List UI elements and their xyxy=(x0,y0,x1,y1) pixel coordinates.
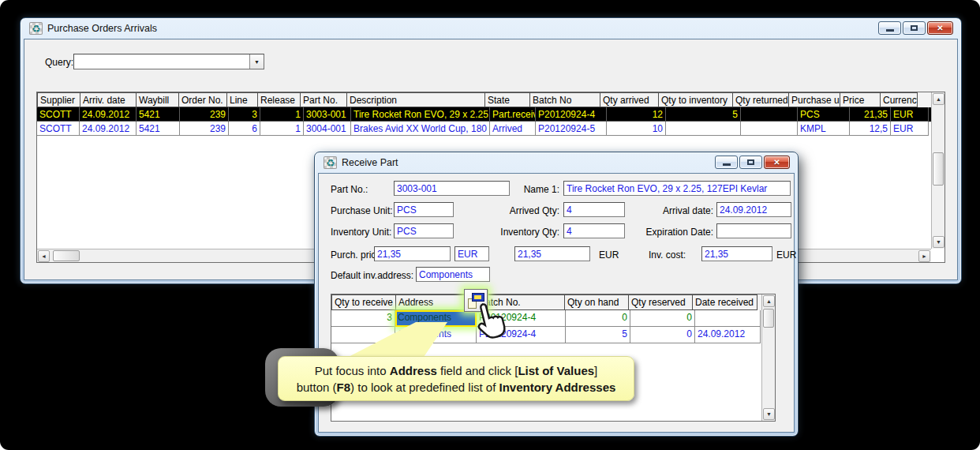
callout-text-line: button (F8) to look at predefined list o… xyxy=(279,379,634,396)
scroll-down-button[interactable]: ▼ xyxy=(763,408,775,420)
table-cell: Part.receiv xyxy=(490,107,536,122)
orders-vertical-scrollbar[interactable]: ▲ ▼ xyxy=(931,92,944,249)
instruction-callout: Put focus into Address field and click [… xyxy=(278,356,634,401)
table-cell: 24.09.2012 xyxy=(80,107,137,122)
table-cell: Arrived xyxy=(490,122,536,136)
table-header: Qty to receiveAddressBatch No.Qty on han… xyxy=(331,294,761,310)
scroll-up-icon: ▲ xyxy=(936,96,941,102)
table-cell: 5421 xyxy=(137,122,180,136)
column-header: Price xyxy=(840,92,881,107)
column-header: Qty on hand xyxy=(564,294,629,310)
inventory-qty-field[interactable]: 4 xyxy=(563,223,625,238)
table-cell: 12 xyxy=(607,107,666,122)
dialog-title: Receive Part xyxy=(342,157,398,168)
purch-price-field[interactable]: 21,35 xyxy=(374,246,451,261)
dialog-app-icon: ♻ xyxy=(324,156,337,169)
close-button[interactable]: ✕ xyxy=(927,21,953,35)
purchase-unit-field[interactable]: PCS xyxy=(394,202,454,217)
horizontal-scroll-thumb[interactable] xyxy=(53,250,80,261)
query-combobox-value[interactable] xyxy=(74,54,249,69)
inv-cost-field[interactable]: 21,35 xyxy=(701,246,772,261)
column-header: Order No. xyxy=(178,92,227,107)
table-cell: 3 xyxy=(229,107,260,122)
column-header: Part No. xyxy=(300,92,347,107)
scroll-up-icon: ▲ xyxy=(766,298,772,304)
expiration-date-field[interactable] xyxy=(716,223,791,238)
table-cell xyxy=(695,310,761,327)
inv-cost-currency-text: EUR xyxy=(776,249,796,261)
main-window-titlebar[interactable]: ♻ Purchase Orders Arrivals ✕ xyxy=(24,18,958,39)
table-cell xyxy=(666,122,741,136)
dialog-minimize-button[interactable] xyxy=(715,156,738,169)
query-row: Query: ▼ xyxy=(24,39,957,84)
combobox-dropdown-button[interactable]: ▼ xyxy=(249,54,264,69)
part-no-field[interactable]: 3003-001 xyxy=(394,181,510,196)
scroll-left-icon: ◄ xyxy=(41,253,47,259)
price-currency-field[interactable]: EUR xyxy=(454,246,489,261)
table-row[interactable]: SCOTT24.09.20125421239313003-001Tire Roc… xyxy=(37,107,931,122)
maximize-icon xyxy=(747,159,754,165)
table-cell: EUR xyxy=(891,122,929,136)
scroll-right-icon: ► xyxy=(922,253,927,259)
scroll-left-button[interactable]: ◄ xyxy=(38,250,50,262)
table-cell: P20120924-4 xyxy=(536,107,607,122)
table-cell: SCOTT xyxy=(37,122,80,136)
inventory-unit-field[interactable]: PCS xyxy=(394,223,454,238)
dialog-vertical-scrollbar[interactable]: ▲ ▼ xyxy=(761,294,775,421)
name1-field[interactable]: Tire Rocket Ron EVO, 29 x 2.25, 127EPI K… xyxy=(563,181,791,196)
price-alt-field[interactable]: 21,35 xyxy=(514,246,590,261)
table-cell: 1 xyxy=(260,122,304,136)
expiration-date-label: Expiration Date: xyxy=(634,227,713,238)
minimize-icon xyxy=(886,29,894,32)
maximize-icon xyxy=(911,25,918,31)
table-cell: Brakes Avid XX World Cup, 180 xyxy=(351,122,490,136)
arrived-qty-field[interactable]: 4 xyxy=(563,202,625,217)
default-inv-address-field[interactable]: Components xyxy=(416,267,490,282)
vertical-scroll-thumb[interactable] xyxy=(933,152,944,186)
table-cell: 24.09.2012 xyxy=(80,122,137,136)
vertical-scroll-thumb[interactable] xyxy=(763,309,774,328)
dialog-titlebar[interactable]: ♻ Receive Part ✕ xyxy=(318,152,795,173)
minimize-icon xyxy=(723,163,731,166)
screenshot-background: ♻ Purchase Orders Arrivals ✕ Query: ▼ Su… xyxy=(0,0,980,450)
column-header: Release xyxy=(257,92,301,107)
scroll-down-button[interactable]: ▼ xyxy=(933,236,944,248)
column-header: Arriv. date xyxy=(80,92,137,107)
callout-text-line: Put focus into Address field and click [… xyxy=(279,362,634,379)
column-header: Waybill xyxy=(136,92,179,107)
scroll-up-button[interactable]: ▲ xyxy=(933,93,944,105)
minimize-button[interactable] xyxy=(878,21,901,35)
table-cell: 3004-001 xyxy=(304,122,351,136)
column-header: Qty to inventory xyxy=(658,92,733,107)
arrival-date-field[interactable]: 24.09.2012 xyxy=(716,202,791,217)
dialog-maximize-button[interactable] xyxy=(739,156,762,169)
main-window-title: Purchase Orders Arrivals xyxy=(47,23,157,34)
inventory-unit-label: Inventory Unit: xyxy=(331,227,391,238)
chevron-down-icon: ▼ xyxy=(254,59,260,65)
scroll-down-icon: ▼ xyxy=(766,411,772,417)
column-header: Batch No xyxy=(529,92,600,107)
dialog-close-button[interactable]: ✕ xyxy=(764,156,790,169)
name1-label: Name 1: xyxy=(496,184,559,195)
table-cell xyxy=(741,122,798,136)
maximize-button[interactable] xyxy=(903,21,926,35)
table-cell: 0 xyxy=(630,327,695,343)
arrived-qty-label: Arrived Qty: xyxy=(496,205,559,216)
default-inv-address-label: Default inv.address: xyxy=(331,270,413,281)
query-combobox[interactable]: ▼ xyxy=(73,54,264,69)
inv-cost-label: Inv. cost: xyxy=(649,249,686,261)
table-cell: 10 xyxy=(607,122,666,136)
table-cell: P20120924-5 xyxy=(536,122,607,136)
column-header: Description xyxy=(346,92,485,107)
table-cell: 5421 xyxy=(137,107,180,122)
table-row[interactable]: SCOTT24.09.20125421239613004-001Brakes A… xyxy=(37,122,931,136)
table-cell: 1 xyxy=(260,107,304,122)
column-header: Qty returned xyxy=(732,92,789,107)
list-of-values-icon xyxy=(472,293,484,302)
table-cell: 239 xyxy=(180,122,229,136)
column-header: Qty reserved xyxy=(628,294,693,310)
scroll-up-button[interactable]: ▲ xyxy=(763,295,775,307)
column-header: Supplier xyxy=(37,92,80,107)
scroll-right-button[interactable]: ► xyxy=(918,250,930,262)
close-icon: ✕ xyxy=(773,158,780,167)
